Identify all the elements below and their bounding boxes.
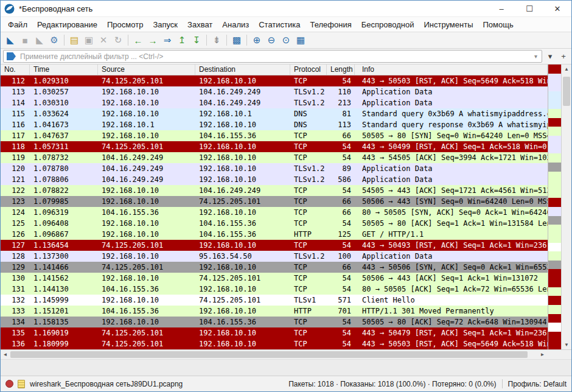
packet-row[interactable]: 1351.16901974.125.205.101192.168.10.10TC… [1,327,548,338]
cell-len: 54 [327,152,355,163]
packet-row[interactable]: 1271.13645474.125.205.101192.168.10.10TC… [1,240,548,251]
display-filter-field[interactable]: ▾ [3,50,542,63]
capture-options-icon[interactable]: ⚙ [47,33,61,47]
filter-add-button[interactable]: + [558,50,569,63]
vertical-scroll-thumb[interactable] [563,77,570,106]
packet-row[interactable]: 1321.145999192.168.10.1074.125.205.101TL… [1,295,548,306]
menu-item-0[interactable]: Файл [3,18,32,31]
restart-capture-icon[interactable]: ◣ [32,33,47,47]
packet-row[interactable]: 1301.141562192.168.10.1074.125.205.101TC… [1,273,548,284]
packet-color-minimap[interactable] [548,65,561,349]
colorize-packets-icon[interactable]: ▩ [229,33,244,47]
profile-label[interactable]: Профиль: Default [508,380,567,388]
horizontal-scrollbar[interactable]: ◄ ► [1,349,547,359]
cell-no: 127 [1,240,30,251]
packet-row[interactable]: 1361.18099974.125.205.101192.168.10.10TC… [1,338,548,349]
zoom-out-icon[interactable]: ⊖ [264,33,279,47]
cell-len: 54 [327,141,355,152]
menu-item-3[interactable]: Запуск [148,18,183,31]
cell-dst: 192.168.10.10 [195,119,290,130]
filter-dropdown-button[interactable]: ▾ [545,50,556,63]
cell-time: 1.136454 [30,240,98,251]
last-packet-icon[interactable]: ↧ [189,33,204,47]
cell-proto: TCP [290,196,327,207]
save-file-icon[interactable]: ▣ [82,33,96,47]
expert-info-icon[interactable] [5,380,13,388]
packet-row[interactable]: 1121.02931074.125.205.101192.168.10.10TC… [1,75,548,86]
filter-bookmark-icon[interactable] [7,52,16,60]
maximize-button[interactable]: ☐ [515,1,543,16]
resize-columns-icon[interactable]: ▦ [293,33,308,47]
menu-item-2[interactable]: Просмотр [102,18,148,31]
cell-no: 130 [1,273,30,284]
menu-item-6[interactable]: Статистика [254,18,305,31]
packet-row[interactable]: 1281.137300192.168.10.1095.163.54.50TLSv… [1,251,548,262]
auto-scroll-icon[interactable]: ⇟ [209,33,224,47]
close-button[interactable]: ✕ [543,1,571,16]
cell-src: 104.16.249.249 [98,152,195,163]
vertical-scrollbar[interactable]: ▲ ▼ [561,65,571,349]
packet-row[interactable]: 1241.096319104.16.155.36192.168.10.10TCP… [1,207,548,218]
cell-proto: HTTP [290,306,327,317]
scroll-left-icon[interactable]: ◄ [1,350,10,359]
packet-row[interactable]: 1201.078780104.16.249.249192.168.10.10TL… [1,163,548,174]
packet-row[interactable]: 1341.158135192.168.10.10104.16.155.36TCP… [1,317,548,327]
zoom-in-icon[interactable]: ⊕ [249,33,264,47]
close-file-icon[interactable]: ✕ [96,33,111,47]
column-header-no[interactable]: No. [1,65,30,75]
packet-row[interactable]: 1151.033624192.168.10.10192.168.10.1DNS8… [1,108,548,119]
packet-row[interactable]: 1291.14146674.125.205.101192.168.10.10TC… [1,262,548,273]
column-header-protocol[interactable]: Protocol [290,65,327,75]
menu-item-10[interactable]: Помощь [478,18,518,31]
window-controls: – ☐ ✕ [487,1,571,16]
scroll-down-icon[interactable]: ▼ [562,340,571,349]
scroll-up-icon[interactable]: ▲ [562,65,571,74]
packet-row[interactable]: 1211.078806104.16.249.249192.168.10.10TL… [1,174,548,185]
packet-row[interactable]: 1141.030310192.168.10.10104.16.249.249TL… [1,97,548,108]
packet-row[interactable]: 1171.047637192.168.10.10104.16.155.36TCP… [1,130,548,141]
cell-no: 136 [1,338,30,349]
column-header-source[interactable]: Source [98,65,195,75]
display-filter-input[interactable] [19,52,530,61]
menu-item-1[interactable]: Редактирование [32,18,102,31]
reload-file-icon[interactable]: ↻ [111,33,125,47]
packet-row[interactable]: 1191.078732104.16.249.249192.168.10.10TC… [1,152,548,163]
go-forward-icon[interactable]: → [145,33,160,47]
packet-row[interactable]: 1261.096867192.168.10.10104.16.155.36HTT… [1,229,548,240]
first-packet-icon[interactable]: ↥ [175,33,189,47]
horizontal-scroll-thumb[interactable] [10,351,528,358]
menu-item-5[interactable]: Анализ [217,18,254,31]
packet-row[interactable]: 1221.078822192.168.10.10104.16.249.249TC… [1,185,548,196]
packet-row[interactable]: 1331.151201104.16.155.36192.168.10.10HTT… [1,306,548,317]
stop-capture-icon[interactable]: ■ [18,33,32,47]
goto-packet-icon[interactable]: ⇒ [160,33,175,47]
filter-expression-caret-icon[interactable]: ▾ [530,53,542,60]
packet-row[interactable]: 1161.041673192.168.10.1192.168.10.10DNS1… [1,119,548,130]
column-header-destination[interactable]: Destination [195,65,290,75]
start-capture-icon[interactable]: ◣ [3,33,18,47]
cell-src: 74.125.205.101 [98,75,195,86]
column-header-info[interactable]: Info [355,65,548,75]
cell-info: 443 → 50503 [RST, ACK] Seq=5649 Ack=518 … [355,338,548,349]
menu-item-9[interactable]: Инструменты [419,18,478,31]
scroll-right-icon[interactable]: ► [538,350,547,359]
capture-comment-icon[interactable] [18,380,25,388]
packet-row[interactable]: 1251.096408192.168.10.10104.16.155.36TCP… [1,218,548,229]
cell-src: 192.168.10.1 [98,119,195,130]
menu-item-8[interactable]: Беспроводной [357,18,419,31]
minimap-stripe [548,287,561,296]
packet-row[interactable]: 1181.05731174.125.205.101192.168.10.10TC… [1,141,548,152]
zoom-reset-icon[interactable]: ⊙ [279,33,293,47]
packet-row[interactable]: 1311.144130104.16.155.36192.168.10.10TCP… [1,284,548,295]
column-header-length[interactable]: Length [327,65,355,75]
column-header-time[interactable]: Time [30,65,98,75]
packet-row[interactable]: 1231.079985192.168.10.1074.125.205.101TC… [1,196,548,207]
minimap-stripe [548,118,561,127]
menu-item-4[interactable]: Захват [183,18,217,31]
menu-item-7[interactable]: Телефония [305,18,356,31]
packet-row[interactable]: 1131.030257192.168.10.10104.16.249.249TL… [1,86,548,97]
open-file-icon[interactable]: ▤ [67,33,82,47]
go-back-icon[interactable]: ← [131,33,145,47]
minimize-button[interactable]: – [487,1,515,16]
cell-dst: 104.16.155.36 [195,218,290,229]
